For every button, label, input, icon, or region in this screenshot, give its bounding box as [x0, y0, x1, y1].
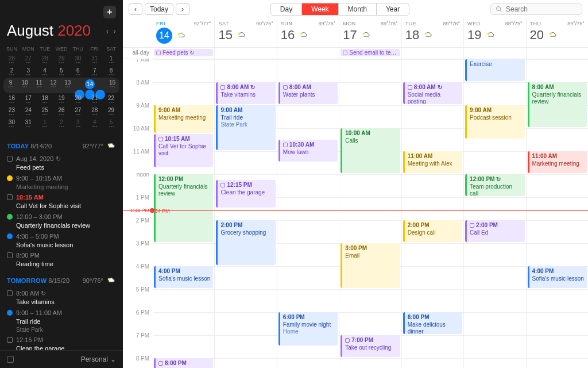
- day-header[interactable]: SAT90°/76°15: [214, 18, 276, 47]
- event[interactable]: 10:00 AMCalls: [341, 128, 400, 173]
- mini-day[interactable]: 29: [103, 105, 119, 117]
- mini-day[interactable]: 5: [103, 117, 119, 129]
- mini-day[interactable]: 20: [69, 93, 86, 105]
- event[interactable]: 2:00 PMDesign call: [403, 220, 462, 242]
- allday-cell[interactable]: [214, 48, 276, 59]
- mini-day[interactable]: 17: [20, 93, 37, 105]
- event[interactable]: 9:00 AMTrail rideState Park: [216, 105, 275, 150]
- mini-calendar[interactable]: SUNMONTUEWEDTHUFRISAT2627282930311234567…: [0, 42, 123, 135]
- mini-day[interactable]: 12: [46, 78, 60, 93]
- task-checkbox-icon[interactable]: [7, 290, 13, 296]
- agenda-item[interactable]: 8:00 PMReading time: [7, 250, 116, 270]
- prev-month-button[interactable]: ‹: [106, 26, 109, 36]
- footer-checkbox[interactable]: [7, 356, 14, 363]
- view-month[interactable]: Month: [339, 3, 377, 15]
- mini-day[interactable]: 3: [20, 66, 37, 78]
- mini-day[interactable]: 21: [86, 93, 103, 105]
- mini-day[interactable]: 27: [20, 53, 37, 66]
- event[interactable]: 11:00 AMMeeting with Alex: [403, 151, 462, 173]
- mini-day[interactable]: 16: [3, 93, 20, 105]
- allday-cell[interactable]: [277, 48, 339, 59]
- mini-day[interactable]: 30: [69, 53, 86, 66]
- task-checkbox-icon[interactable]: [7, 194, 13, 200]
- mini-day[interactable]: 4: [86, 117, 103, 129]
- event[interactable]: Exercise: [465, 59, 524, 81]
- prev-week-button[interactable]: ‹: [129, 3, 142, 15]
- day-column[interactable]: 9:00 AMMarketing meeting10:15 AMCall Vet…: [153, 59, 214, 368]
- view-week[interactable]: Week: [302, 3, 338, 15]
- mini-day[interactable]: 10: [18, 78, 32, 93]
- agenda-item[interactable]: 12:15 PMClean the garage: [7, 335, 116, 350]
- day-column[interactable]: 8:00 AMWater plants10:30 AMMow lawn6:00 …: [277, 59, 339, 368]
- mini-day[interactable]: 1: [103, 53, 119, 66]
- mini-day[interactable]: 8: [103, 66, 119, 78]
- mini-day[interactable]: 28: [37, 53, 53, 66]
- event[interactable]: 12:15 PMClean the garage: [216, 180, 275, 208]
- event[interactable]: 8:00 AM↻Social media posting: [403, 82, 462, 104]
- mini-day[interactable]: 26: [53, 105, 70, 117]
- mini-day[interactable]: 4: [37, 66, 53, 78]
- event[interactable]: 8:00 AMQuarterly financials review: [528, 82, 587, 127]
- today-button[interactable]: Today: [145, 3, 173, 15]
- agenda-item[interactable]: Aug 14, 2020 ↻Feed pets: [7, 154, 116, 173]
- event[interactable]: 8:00 AM↻Take vitamins: [216, 82, 275, 104]
- mini-day[interactable]: 22: [103, 93, 119, 105]
- event[interactable]: 10:30 AMMow lawn: [278, 140, 338, 162]
- task-checkbox-icon[interactable]: [7, 337, 13, 343]
- mini-day[interactable]: 26: [3, 53, 20, 66]
- mini-day[interactable]: 15: [105, 78, 119, 93]
- day-header[interactable]: FRI92°/77°14: [153, 18, 214, 47]
- mini-day[interactable]: 29: [53, 53, 70, 66]
- mini-day[interactable]: 23: [3, 105, 20, 117]
- event[interactable]: 2:00 PMGrocery shopping: [216, 220, 275, 265]
- view-day[interactable]: Day: [271, 3, 302, 15]
- mini-day[interactable]: 9: [3, 78, 18, 93]
- search-field[interactable]: [490, 3, 582, 15]
- allday-cell[interactable]: [401, 48, 463, 59]
- mini-day[interactable]: 19: [53, 93, 70, 105]
- day-header[interactable]: THU89°/75°20: [526, 18, 588, 47]
- day-column[interactable]: 10:00 AMCalls3:00 PMEmail7:00 PMTake out…: [339, 59, 401, 368]
- agenda-item[interactable]: 8:00 AM ↻Take vitamins: [7, 288, 116, 308]
- event[interactable]: 6:00 PMFamily movie nightHome: [278, 312, 338, 346]
- calendar-picker[interactable]: Personal ⌄: [81, 355, 116, 363]
- task-checkbox-icon[interactable]: [7, 156, 13, 162]
- event[interactable]: 2:00 PMCall Ed: [465, 220, 524, 242]
- agenda-item[interactable]: 12:00 – 3:00 PMQuarterly financials revi…: [7, 212, 116, 231]
- allday-cell[interactable]: [526, 48, 588, 59]
- allday-event[interactable]: Send email to te…: [341, 49, 400, 56]
- event[interactable]: 3:00 PMEmail: [341, 243, 400, 288]
- mini-day[interactable]: 18: [37, 93, 53, 105]
- event[interactable]: 6:00 PMMake delicious dinner: [403, 312, 462, 334]
- mini-day[interactable]: 6: [69, 66, 86, 78]
- add-button[interactable]: +: [103, 6, 116, 18]
- mini-day[interactable]: 5: [53, 66, 70, 78]
- allday-cell[interactable]: Send email to te…: [339, 48, 401, 59]
- search-input[interactable]: [506, 5, 577, 13]
- mini-day[interactable]: 11: [32, 78, 47, 93]
- agenda-item[interactable]: 9:00 – 11:00 AMTrail rideState Park: [7, 308, 116, 335]
- mini-day[interactable]: 27: [69, 105, 86, 117]
- event[interactable]: 4:00 PMSofia's music lesson: [154, 266, 213, 288]
- day-column[interactable]: 8:00 AMQuarterly financials review11:00 …: [526, 59, 588, 368]
- mini-day[interactable]: 2: [3, 66, 20, 78]
- day-header[interactable]: TUE89°/76°18: [401, 18, 463, 47]
- task-checkbox-icon[interactable]: [7, 252, 13, 258]
- day-column[interactable]: 8:00 AM↻Take vitamins9:00 AMTrail rideSt…: [214, 59, 276, 368]
- event[interactable]: 7:00 PMTake out recycling: [341, 335, 400, 357]
- allday-cell[interactable]: [463, 48, 525, 59]
- event[interactable]: 4:00 PMSofia's music lesson: [528, 266, 587, 288]
- mini-day[interactable]: 7: [86, 66, 103, 78]
- mini-day[interactable]: 24: [20, 105, 37, 117]
- day-column[interactable]: 8:00 AM↻Social media posting11:00 AMMeet…: [401, 59, 463, 368]
- mini-day[interactable]: 31: [20, 117, 37, 129]
- day-header[interactable]: SUN89°/76°16: [277, 18, 339, 47]
- mini-day[interactable]: 30: [3, 117, 20, 129]
- mini-day[interactable]: 13: [60, 78, 75, 93]
- allday-event[interactable]: Feed pets ↻: [154, 49, 213, 56]
- day-header[interactable]: MON89°/76°17: [339, 18, 401, 47]
- next-week-button[interactable]: ›: [176, 3, 189, 15]
- event[interactable]: 8:00 AMWater plants: [278, 82, 338, 104]
- mini-day[interactable]: 14: [75, 78, 105, 93]
- agenda-item[interactable]: 10:15 AMCall Vet for Sophie visit: [7, 192, 116, 212]
